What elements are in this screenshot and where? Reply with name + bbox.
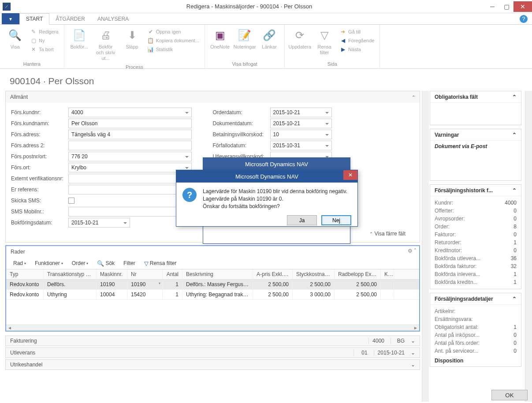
foregaende-button[interactable]: ◀Föregående bbox=[337, 36, 377, 45]
bokfor-button[interactable]: 📄Bokför... bbox=[67, 26, 92, 63]
gatill-button[interactable]: ➜Gå till bbox=[337, 27, 377, 36]
close-button[interactable]: ✕ bbox=[513, 1, 532, 12]
field-adress[interactable]: Tängelsås väg 4 bbox=[68, 130, 192, 139]
statistik-button[interactable]: 📊Statistik bbox=[145, 45, 202, 54]
noteringar-button[interactable]: 📝Noteringar bbox=[232, 26, 257, 60]
collap-utleverans[interactable]: Utleverans 012015-10-21⌄ bbox=[5, 347, 420, 358]
onenote-button[interactable]: ▣OneNote bbox=[208, 26, 232, 60]
rensa-filter-button[interactable]: ▽Rensa filter bbox=[312, 26, 337, 60]
nej-button[interactable]: Nej bbox=[321, 215, 351, 225]
field-orderdatum[interactable]: 2015-10-21 bbox=[270, 108, 332, 117]
th-nr[interactable]: Nr bbox=[127, 269, 163, 279]
tbtn-rensa[interactable]: ▽Rensa filter bbox=[141, 260, 180, 267]
label-bokdatum: Bokföringsdatum: bbox=[11, 220, 68, 226]
fbox-forshistorik-head[interactable]: Försäljningshistorik f...⌃ bbox=[430, 185, 521, 196]
chevron-up-icon: ⌃ bbox=[512, 187, 517, 194]
field-referens[interactable] bbox=[68, 185, 192, 194]
nasta-button[interactable]: ▶Nästa bbox=[337, 45, 377, 54]
field-mobil[interactable] bbox=[68, 207, 192, 216]
field-adress2[interactable] bbox=[68, 141, 192, 150]
release-icon: ⬇ bbox=[125, 28, 139, 42]
fbox-forshistorik: Försäljningshistorik f...⌃ Kundnr:4000Of… bbox=[430, 184, 521, 289]
field-forfallo[interactable]: 2015-10-31 bbox=[270, 141, 332, 150]
main-scrollbar[interactable] bbox=[422, 91, 429, 402]
det-row: Antal på förs.order:0 bbox=[435, 339, 517, 347]
lines-table: Typ Transaktionstyp (Maskinhandel) Maski… bbox=[6, 269, 419, 331]
field-bokdatum[interactable]: 2015-10-21 bbox=[68, 218, 130, 228]
dropdown-icon[interactable]: ▾ bbox=[159, 281, 160, 285]
gear-icon[interactable]: ⚙ ˄ bbox=[408, 248, 417, 254]
oppna-igen-button[interactable]: ✔Öppna igen bbox=[145, 27, 202, 36]
field-postnr[interactable]: 776 20 bbox=[68, 152, 192, 161]
page-title: 900104 · Per Olsson bbox=[0, 69, 532, 91]
help-icon[interactable]: ? bbox=[520, 15, 528, 23]
th-maskinnr[interactable]: Maskinnr. bbox=[97, 269, 127, 279]
horizontal-scrollbar[interactable]: ◄► bbox=[6, 325, 419, 331]
hist-row: Kundnr:4000 bbox=[435, 199, 517, 207]
fbox-varningar-head[interactable]: Varningar⌃ bbox=[430, 129, 521, 141]
panel-allmant-head[interactable]: Allmänt ⌃ bbox=[6, 91, 420, 103]
label-adress: Förs.adress: bbox=[11, 131, 68, 138]
det-row: Antal på inköpsor...0 bbox=[435, 331, 517, 339]
field-betvillkor[interactable]: 10 bbox=[270, 130, 332, 139]
tab-analysera[interactable]: ANALYSERA bbox=[91, 13, 135, 24]
dialog-close-button[interactable]: ✕ bbox=[343, 170, 357, 180]
th-radbelopp[interactable]: Radbelopp Exkl. moms bbox=[335, 269, 381, 279]
file-tab[interactable]: ▾ bbox=[2, 13, 19, 24]
lankar-button[interactable]: 🔗Länkar bbox=[257, 26, 282, 60]
ny-button[interactable]: ▢Ny bbox=[27, 36, 61, 45]
hist-row: Kreditnotor:0 bbox=[435, 246, 517, 254]
slapp-button[interactable]: ⬇Släpp bbox=[120, 26, 145, 63]
label-externt: Externt verifikationsnr: bbox=[11, 175, 68, 182]
tab-start[interactable]: START bbox=[19, 13, 49, 25]
panel-rader-head[interactable]: Rader ⚙ ˄ bbox=[6, 246, 419, 257]
visa-button[interactable]: 🔍Visa bbox=[3, 26, 27, 60]
ok-button[interactable]: OK bbox=[491, 390, 528, 400]
label-postnr: Förs.postnr/ort: bbox=[11, 153, 68, 160]
th-styck[interactable]: Styckkostnad (BVA) bbox=[293, 269, 335, 279]
ribbon: 🔍Visa ✎Redigera ▢Ny ✕Ta bort Hantera 📄Bo… bbox=[0, 25, 532, 69]
table-row[interactable]: Redov.konto Uthyring 10004 15420 1 Uthyr… bbox=[6, 290, 419, 300]
fbox-obligatoriska-head[interactable]: Obligatoriska fält⌃ bbox=[430, 91, 521, 103]
kopiera-button[interactable]: 📋Kopiera dokument... bbox=[145, 36, 202, 45]
field-externt[interactable] bbox=[68, 174, 192, 183]
magnifier-icon: 🔍 bbox=[8, 28, 22, 42]
th-apris[interactable]: A-pris Exkl. moms bbox=[253, 269, 293, 279]
redigera-button[interactable]: ✎Redigera bbox=[27, 27, 61, 36]
bokfor-skriv-button[interactable]: 🖨Bokför och skriv ut... bbox=[92, 26, 120, 63]
links-icon: 🔗 bbox=[262, 28, 276, 42]
minimize-button[interactable]: ─ bbox=[485, 1, 499, 12]
tbtn-rad[interactable]: Rad ▾ bbox=[10, 260, 30, 266]
th-kor[interactable]: Kor bbox=[381, 269, 394, 279]
field-ort[interactable]: Krylbo bbox=[68, 163, 192, 172]
tab-atgarder[interactable]: ÅTGÄRDER bbox=[49, 13, 91, 24]
maximize-button[interactable]: ▢ bbox=[499, 1, 513, 12]
new-icon: ▢ bbox=[30, 37, 37, 44]
chevron-up-icon: ⌃ bbox=[512, 94, 517, 100]
table-row[interactable]: Redov.konto Delförs. 10190 10190▾ 1 Delf… bbox=[6, 280, 419, 290]
checkbox-sms[interactable] bbox=[68, 198, 74, 204]
fbox-raddetaljer-head[interactable]: Försäljningsraddetaljer⌃ bbox=[430, 293, 521, 305]
group-visabifogat-label: Visa bifogat bbox=[232, 60, 257, 67]
th-transtyp[interactable]: Transaktionstyp (Maskinhandel) bbox=[44, 269, 97, 279]
hist-row: Bokförda utlevera...36 bbox=[435, 254, 517, 262]
th-antal[interactable]: Antal bbox=[163, 269, 182, 279]
tabort-button[interactable]: ✕Ta bort bbox=[27, 45, 61, 54]
tbtn-order[interactable]: Order ▾ bbox=[68, 260, 92, 266]
th-beskrivning[interactable]: Beskrivning bbox=[182, 269, 253, 279]
side-scrollbar[interactable] bbox=[525, 91, 532, 402]
label-kundnr: Förs.kundnr: bbox=[11, 109, 68, 116]
tbtn-funktioner[interactable]: Funktioner ▾ bbox=[31, 260, 67, 266]
field-dokdatum[interactable]: 2015-10-21 bbox=[270, 119, 332, 128]
tbtn-filter[interactable]: Filter bbox=[120, 260, 139, 266]
label-ort: Förs.ort: bbox=[11, 164, 68, 171]
uppdatera-button[interactable]: ⟳Uppdatera bbox=[287, 26, 312, 60]
field-kundnr[interactable]: 4000 bbox=[68, 108, 192, 117]
field-kundnamn[interactable]: Per Olsson bbox=[68, 119, 192, 128]
collap-fakturering[interactable]: Fakturering 4000BG⌄ bbox=[5, 336, 420, 346]
ja-button[interactable]: Ja bbox=[287, 215, 317, 225]
tbtn-sok[interactable]: 🔍Sök bbox=[93, 260, 118, 267]
collap-utrikeshandel[interactable]: Utrikeshandel ⌄ bbox=[5, 359, 420, 370]
dialog-message: Lagervärde för Maskin 10190 blir vid den… bbox=[203, 188, 347, 210]
th-typ[interactable]: Typ bbox=[6, 269, 44, 279]
